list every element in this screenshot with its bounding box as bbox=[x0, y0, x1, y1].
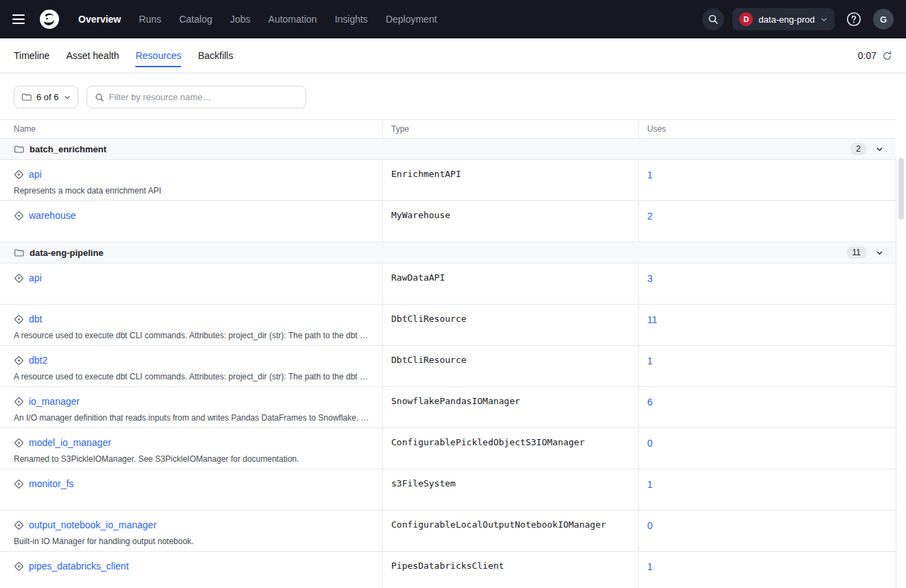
resource-icon bbox=[14, 273, 24, 283]
table-row: api RawDataAPI 3 bbox=[0, 263, 896, 305]
deployment-switcher[interactable]: D data-eng-prod bbox=[732, 8, 835, 30]
table-header: Name Type Uses bbox=[0, 119, 896, 139]
resource-uses-link[interactable]: 2 bbox=[647, 211, 653, 222]
resource-uses-link[interactable]: 11 bbox=[647, 314, 658, 325]
tab-backfills[interactable]: Backfills bbox=[198, 38, 233, 73]
resource-uses-link[interactable]: 6 bbox=[647, 397, 653, 408]
resource-icon bbox=[14, 314, 24, 325]
resource-icon bbox=[14, 211, 24, 221]
filter-bar: 6 of 6 bbox=[0, 73, 906, 119]
table-row: warehouse MyWarehouse 2 bbox=[0, 201, 896, 242]
resource-description: Represents a mock data enrichment API bbox=[14, 186, 371, 196]
resource-type: DbtCliResource bbox=[382, 305, 638, 345]
group-count-badge: 2 bbox=[850, 143, 866, 155]
nav-item-catalog[interactable]: Catalog bbox=[179, 14, 212, 25]
resource-description: Renamed to S3PickleIOManager. See S3Pick… bbox=[14, 454, 371, 464]
resource-name-link[interactable]: dbt bbox=[29, 314, 42, 325]
table-row: pipes_databricks_client PipesDatabricksC… bbox=[0, 552, 896, 588]
resource-name-link[interactable]: api bbox=[29, 272, 42, 283]
tab-asset-health[interactable]: Asset health bbox=[66, 38, 119, 73]
group-name: batch_enrichment bbox=[30, 144, 106, 154]
resource-name-link[interactable]: warehouse bbox=[29, 210, 76, 221]
resource-type: PipesDatabricksClient bbox=[382, 552, 638, 588]
dagster-logo[interactable] bbox=[38, 8, 60, 30]
resource-uses-link[interactable]: 3 bbox=[647, 273, 653, 284]
group-count-badge: 11 bbox=[847, 246, 866, 259]
resource-name-link[interactable]: monitor_fs bbox=[29, 478, 73, 489]
resource-uses-link[interactable]: 1 bbox=[647, 561, 653, 572]
hamburger-menu-icon[interactable] bbox=[12, 11, 29, 27]
resource-description: A resource used to execute dbt CLI comma… bbox=[14, 331, 371, 340]
resource-filter-input[interactable] bbox=[109, 92, 298, 102]
column-header-uses: Uses bbox=[638, 120, 896, 138]
search-icon[interactable] bbox=[702, 8, 724, 30]
group-count-label: 6 of 6 bbox=[36, 92, 59, 102]
resource-icon bbox=[14, 438, 24, 448]
resource-uses-link[interactable]: 1 bbox=[647, 479, 653, 490]
nav-item-deployment[interactable]: Deployment bbox=[386, 14, 437, 25]
resource-name-link[interactable]: output_notebook_io_manager bbox=[29, 519, 156, 530]
folder-icon bbox=[14, 248, 24, 258]
help-icon[interactable] bbox=[843, 8, 865, 30]
group-name: data-eng-pipeline bbox=[30, 248, 104, 258]
refresh-timer: 0:07 bbox=[858, 50, 876, 61]
group-row-batch-enrichment[interactable]: batch_enrichment 2 bbox=[0, 139, 896, 160]
resource-icon bbox=[14, 479, 24, 489]
resource-type: ConfigurableLocalOutputNotebookIOManager bbox=[382, 510, 638, 551]
search-icon bbox=[95, 93, 104, 102]
group-row-data-eng-pipeline[interactable]: data-eng-pipeline 11 bbox=[0, 242, 896, 263]
top-nav: Overview Runs Catalog Jobs Automation In… bbox=[0, 0, 906, 38]
tab-resources[interactable]: Resources bbox=[135, 38, 181, 73]
vertical-scrollbar[interactable] bbox=[896, 156, 906, 588]
resource-icon bbox=[14, 520, 24, 530]
table-row: io_manager An I/O manager definition tha… bbox=[0, 387, 896, 428]
resource-icon bbox=[14, 169, 24, 180]
resources-table: Name Type Uses batch_enrichment 2 api Re… bbox=[0, 119, 896, 588]
resource-type: ConfigurablePickledObjectS3IOManager bbox=[382, 428, 638, 469]
deployment-badge: D bbox=[739, 12, 753, 26]
resource-name-link[interactable]: dbt2 bbox=[29, 355, 47, 366]
resource-icon bbox=[14, 561, 24, 572]
resource-description: A resource used to execute dbt CLI comma… bbox=[14, 372, 371, 381]
resource-name-link[interactable]: api bbox=[29, 169, 42, 180]
nav-item-insights[interactable]: Insights bbox=[335, 14, 368, 25]
chevron-down-icon[interactable] bbox=[876, 145, 883, 153]
resource-uses-link[interactable]: 0 bbox=[647, 438, 653, 449]
resource-uses-link[interactable]: 0 bbox=[647, 520, 653, 531]
chevron-down-icon bbox=[64, 94, 71, 101]
column-header-type: Type bbox=[382, 120, 638, 138]
resource-description: An I/O manager definition that reads inp… bbox=[14, 413, 371, 423]
nav-item-automation[interactable]: Automation bbox=[268, 14, 317, 25]
table-row: model_io_manager Renamed to S3PickleIOMa… bbox=[0, 428, 896, 469]
scrollbar-thumb[interactable] bbox=[898, 158, 904, 220]
resource-type: SnowflakePandasIOManager bbox=[382, 387, 638, 427]
resource-name-link[interactable]: model_io_manager bbox=[29, 437, 111, 448]
resource-type: DbtCliResource bbox=[382, 346, 638, 386]
resource-type: MyWarehouse bbox=[382, 201, 638, 242]
resource-icon bbox=[14, 355, 24, 366]
table-row: dbt2 A resource used to execute dbt CLI … bbox=[0, 346, 896, 387]
avatar[interactable]: G bbox=[873, 9, 894, 30]
table-row: monitor_fs s3FileSystem 1 bbox=[0, 469, 896, 510]
table-row: output_notebook_io_manager Built-in IO M… bbox=[0, 510, 896, 552]
resource-type: EnrichmentAPI bbox=[382, 160, 638, 200]
table-row: dbt A resource used to execute dbt CLI c… bbox=[0, 305, 896, 346]
resource-uses-link[interactable]: 1 bbox=[647, 169, 653, 180]
chevron-down-icon[interactable] bbox=[876, 249, 883, 257]
refresh-icon[interactable] bbox=[882, 51, 892, 61]
nav-item-overview[interactable]: Overview bbox=[78, 14, 121, 25]
resource-icon bbox=[14, 397, 24, 407]
resource-type: s3FileSystem bbox=[382, 469, 638, 510]
nav-item-runs[interactable]: Runs bbox=[139, 14, 161, 25]
resource-name-link[interactable]: io_manager bbox=[29, 396, 80, 407]
tab-timeline[interactable]: Timeline bbox=[14, 38, 49, 73]
group-count-filter-button[interactable]: 6 of 6 bbox=[14, 86, 78, 108]
chevron-down-icon bbox=[820, 16, 828, 23]
nav-item-jobs[interactable]: Jobs bbox=[230, 14, 251, 25]
folder-icon bbox=[21, 92, 32, 102]
column-header-name: Name bbox=[0, 120, 382, 138]
table-row: api Represents a mock data enrichment AP… bbox=[0, 160, 896, 201]
resource-name-link[interactable]: pipes_databricks_client bbox=[29, 561, 129, 572]
deployment-name: data-eng-prod bbox=[758, 14, 815, 25]
resource-uses-link[interactable]: 1 bbox=[647, 355, 653, 366]
